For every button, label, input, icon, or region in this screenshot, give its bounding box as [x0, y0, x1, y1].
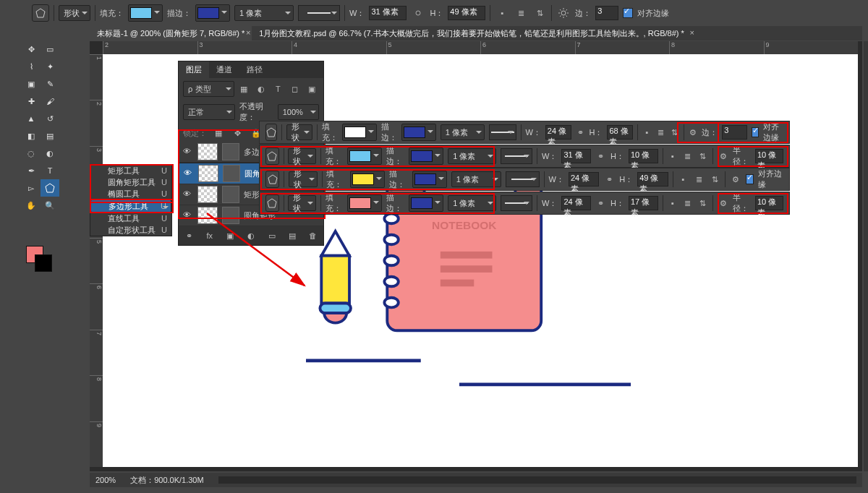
stroke-width-select[interactable]: 1 像素	[448, 148, 496, 164]
stroke-style-select[interactable]	[506, 171, 539, 187]
layer-thumb[interactable]	[197, 143, 218, 160]
wand-tool[interactable]: ✦	[41, 58, 59, 75]
fill-swatch[interactable]	[350, 171, 385, 188]
path-select-tool[interactable]: ▻	[22, 179, 41, 197]
eraser-tool[interactable]: ◧	[22, 127, 41, 145]
flyout-item-rect[interactable]: 矩形工具U	[90, 165, 171, 176]
new-layer-icon[interactable]: ▤	[285, 228, 299, 243]
align-icon[interactable]: ≣	[682, 149, 693, 163]
panel-tab-channels[interactable]: 通道	[209, 61, 239, 78]
tool-preset-picker[interactable]	[32, 4, 49, 22]
flyout-item-line[interactable]: 直线工具U	[90, 213, 171, 224]
path-ops-icon[interactable]: ▪	[677, 172, 689, 187]
arrange-icon[interactable]: ⇅	[697, 149, 708, 163]
stroke-width-select[interactable]: 1 像素	[451, 171, 502, 187]
hand-tool[interactable]: ✋	[22, 197, 41, 214]
shape-mode-select[interactable]: 形状	[288, 195, 316, 211]
sides-field[interactable]: 3	[595, 6, 618, 20]
document-tab[interactable]: 未标题-1 @ 200% (圆角矩形 7, RGB/8#) *×	[90, 26, 252, 40]
stroke-style-select[interactable]	[501, 195, 532, 211]
layer-thumb[interactable]	[198, 165, 218, 182]
height-field[interactable]: 68 像素	[607, 125, 633, 140]
dodge-tool[interactable]: ◐	[41, 145, 59, 162]
height-field[interactable]: 49 像素	[637, 172, 668, 187]
vector-mask-thumb[interactable]	[223, 165, 240, 182]
tool-preset-picker[interactable]	[265, 147, 279, 165]
vector-mask-thumb[interactable]	[222, 186, 239, 203]
vector-mask-thumb[interactable]	[222, 143, 239, 160]
snap-checkbox[interactable]	[746, 174, 754, 184]
flyout-item-poly[interactable]: 多边形工具U	[90, 200, 171, 213]
settings-icon[interactable]: ⚙	[718, 196, 728, 210]
flyout-item-rrect[interactable]: 圆角矩形工具U	[90, 176, 171, 188]
settings-icon[interactable]: ⚙	[688, 125, 697, 140]
zoom-value[interactable]: 200%	[95, 476, 116, 484]
lasso-tool[interactable]: ⌇	[22, 58, 41, 75]
width-field[interactable]: 24 像素	[545, 125, 571, 140]
marquee-tool[interactable]: ▭	[41, 40, 59, 58]
stroke-swatch[interactable]	[412, 171, 447, 188]
fill-swatch[interactable]	[342, 124, 377, 141]
stroke-swatch[interactable]	[409, 147, 443, 165]
visibility-icon[interactable]: 👁	[184, 168, 194, 179]
move-tool[interactable]: ✥	[22, 40, 41, 58]
shape-mode-select[interactable]: 形状	[59, 5, 90, 21]
filter-shape-icon[interactable]: ◻	[288, 82, 302, 96]
path-ops-icon[interactable]: ▪	[642, 125, 652, 140]
shape-mode-select[interactable]: 形状	[289, 171, 317, 187]
stroke-width-select[interactable]: 1 像素	[234, 5, 294, 21]
height-field[interactable]: 49 像素	[448, 6, 485, 20]
path-ops-icon[interactable]: ▪	[667, 196, 678, 210]
align-icon[interactable]: ≣	[656, 125, 665, 140]
arrange-icon[interactable]: ⇅	[532, 6, 547, 20]
blur-tool[interactable]: ◌	[22, 145, 41, 162]
stroke-swatch[interactable]	[195, 4, 230, 22]
extra-field[interactable]: 10 像素	[755, 196, 783, 210]
stamp-tool[interactable]: ▲	[22, 110, 41, 127]
height-field[interactable]: 17 像素	[629, 196, 658, 210]
filter-smart-icon[interactable]: ▣	[305, 82, 319, 96]
stroke-style-select[interactable]	[298, 5, 340, 21]
width-field[interactable]: 31 像素	[369, 6, 407, 20]
filter-type-icon[interactable]: T	[271, 82, 285, 96]
align-icon[interactable]: ≣	[682, 196, 693, 210]
width-field[interactable]: 24 像素	[561, 196, 591, 210]
arrange-icon[interactable]: ⇅	[697, 196, 708, 210]
crop-tool[interactable]: ▣	[22, 75, 41, 93]
brush-tool[interactable]: 🖌	[41, 93, 59, 110]
arrange-icon[interactable]: ⇅	[709, 172, 720, 187]
tool-preset-picker[interactable]	[265, 124, 277, 141]
layer-thumb[interactable]	[197, 207, 218, 224]
lock-position-icon[interactable]: ✥	[230, 126, 244, 140]
adjustment-icon[interactable]: ◐	[244, 228, 258, 243]
background-color[interactable]	[35, 254, 52, 272]
trash-icon[interactable]: 🗑	[306, 228, 320, 243]
stroke-width-select[interactable]: 1 像素	[448, 195, 496, 211]
extra-field[interactable]: 10 像素	[755, 149, 783, 163]
link-wh-icon[interactable]: ⚭	[603, 172, 615, 187]
flyout-item-custom[interactable]: 自定形状工具U	[90, 224, 171, 236]
color-swatches[interactable]	[26, 237, 56, 267]
settings-icon[interactable]: ⚙	[718, 149, 728, 163]
pen-tool[interactable]: ✒	[22, 162, 41, 179]
gradient-tool[interactable]: ▤	[41, 127, 59, 145]
opacity-select[interactable]: 100%	[278, 104, 319, 120]
height-field[interactable]: 10 像素	[629, 149, 658, 163]
snap-checkbox[interactable]	[623, 8, 633, 18]
shape-mode-select[interactable]: 形状	[288, 148, 316, 164]
fill-swatch[interactable]	[347, 147, 382, 165]
stroke-swatch[interactable]	[409, 194, 443, 212]
fill-swatch[interactable]	[347, 194, 382, 212]
width-field[interactable]: 24 像素	[569, 172, 599, 187]
fx-icon[interactable]: fx	[203, 228, 217, 243]
link-wh-icon[interactable]: ⚭	[595, 196, 606, 210]
vector-mask-thumb[interactable]	[222, 207, 239, 224]
visibility-icon[interactable]: 👁	[183, 189, 193, 200]
panel-tab-paths[interactable]: 路径	[239, 61, 270, 78]
visibility-icon[interactable]: 👁	[183, 147, 193, 157]
tool-preset-picker[interactable]	[265, 171, 279, 188]
path-ops-icon[interactable]: ▪	[495, 6, 509, 20]
path-ops-icon[interactable]: ▪	[667, 149, 678, 163]
layer-thumb[interactable]	[197, 186, 218, 203]
mask-icon[interactable]: ▣	[223, 228, 237, 243]
